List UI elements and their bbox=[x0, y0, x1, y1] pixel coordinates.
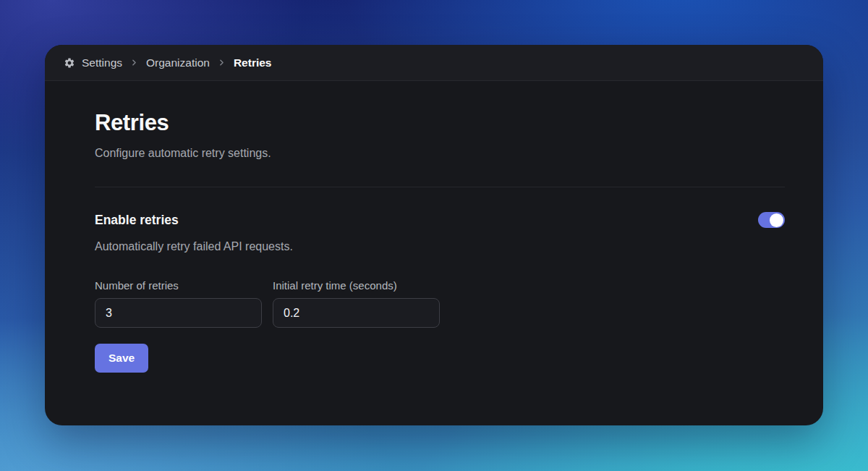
initial-retry-time-label: Initial retry time (seconds) bbox=[273, 279, 440, 292]
enable-retries-toggle[interactable] bbox=[758, 212, 785, 228]
breadcrumb-item-organization[interactable]: Organization bbox=[146, 56, 210, 69]
initial-retry-time-field-group: Initial retry time (seconds) bbox=[273, 279, 440, 328]
save-button[interactable]: Save bbox=[95, 344, 148, 373]
enable-retries-row: Enable retries bbox=[95, 212, 785, 228]
page-title: Retries bbox=[95, 110, 785, 136]
enable-retries-label: Enable retries bbox=[95, 213, 179, 228]
chevron-right-icon bbox=[129, 58, 139, 67]
section-divider bbox=[95, 187, 785, 187]
breadcrumb-item-settings[interactable]: Settings bbox=[82, 56, 122, 69]
enable-retries-description: Automatically retry failed API requests. bbox=[95, 240, 785, 253]
retry-fields-row: Number of retries Initial retry time (se… bbox=[95, 279, 785, 328]
retries-settings-page: Retries Configure automatic retry settin… bbox=[45, 81, 823, 373]
chevron-right-icon bbox=[217, 58, 226, 67]
number-of-retries-field-group: Number of retries bbox=[95, 279, 262, 328]
gear-icon[interactable] bbox=[64, 57, 75, 69]
toggle-knob bbox=[770, 213, 783, 227]
page-subtitle: Configure automatic retry settings. bbox=[95, 147, 785, 160]
number-of-retries-label: Number of retries bbox=[95, 279, 262, 292]
breadcrumb-item-retries[interactable]: Retries bbox=[234, 56, 272, 69]
number-of-retries-input[interactable] bbox=[95, 298, 262, 328]
initial-retry-time-input[interactable] bbox=[273, 298, 440, 328]
settings-panel: Settings Organization Retries Retries Co… bbox=[45, 45, 823, 425]
breadcrumb: Settings Organization Retries bbox=[45, 45, 823, 81]
